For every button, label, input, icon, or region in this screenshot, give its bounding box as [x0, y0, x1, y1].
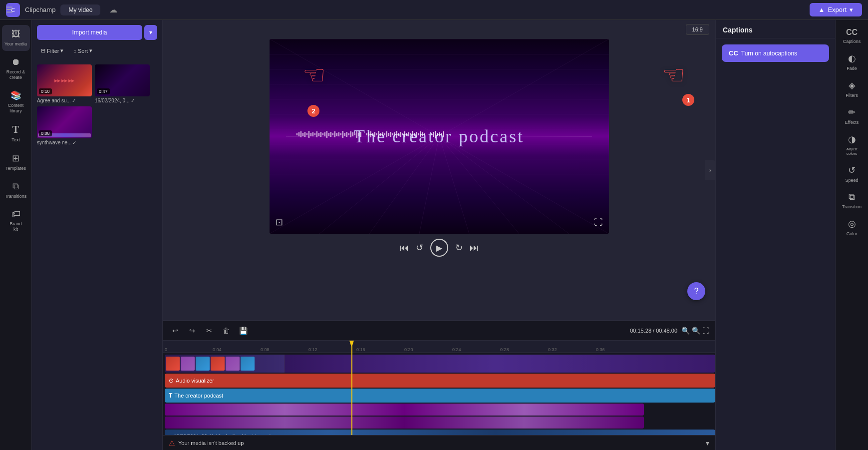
right-sidebar-item-transition[interactable]: ⧉ Transition: [838, 188, 867, 213]
ruler-mark-3: 0:12: [308, 347, 356, 352]
track-icon-audio: ♪: [169, 433, 172, 435]
sidebar-item-text[interactable]: T Text: [2, 120, 30, 147]
right-sidebar-item-fade[interactable]: ◐ Fade: [838, 49, 867, 75]
media-thumb-img-2: 0:47: [95, 64, 150, 96]
svg-rect-36: [340, 133, 341, 135]
svg-rect-20: [308, 131, 309, 138]
playhead[interactable]: [351, 341, 352, 435]
svg-rect-66: [404, 131, 405, 137]
export-button[interactable]: ▲ Export ▾: [810, 3, 862, 16]
svg-rect-15: [298, 132, 299, 136]
right-sidebar-item-speed[interactable]: ↺ Speed: [838, 161, 867, 187]
media-item-3[interactable]: 0:08 synthwave ne... ✓: [37, 106, 92, 145]
media-item-1[interactable]: ▶▶ ▶▶ ▶▶ 0:10 Agree and su... ✓: [37, 64, 92, 103]
aspect-ratio-button[interactable]: 16:9: [686, 24, 709, 35]
import-arrow-button[interactable]: ▾: [144, 25, 157, 40]
export-icon: ▲: [819, 6, 825, 13]
svg-rect-46: [360, 132, 361, 137]
collapse-panel-button[interactable]: ›: [705, 160, 715, 180]
redo-button[interactable]: ↪: [186, 324, 199, 337]
audio-track: ♪ 16/02/2024, 06:41:19 · Audio · My vide…: [163, 430, 715, 435]
sidebar-label-transitions: Transitions: [5, 194, 27, 199]
rewind-button[interactable]: ↺: [416, 242, 423, 253]
svg-rect-60: [392, 133, 393, 135]
sidebar-label-text: Text: [11, 137, 20, 143]
sidebar-item-your-media[interactable]: 🖼 Your media: [2, 25, 30, 51]
import-media-button[interactable]: Import media: [37, 25, 142, 40]
play-button[interactable]: ▶: [430, 239, 448, 257]
svg-rect-14: [296, 133, 297, 135]
svg-rect-39: [346, 132, 347, 137]
fullscreen-icon[interactable]: ⛶: [594, 217, 603, 228]
sidebar-item-brand-kit[interactable]: 🏷 Brandkit: [2, 205, 30, 236]
collapse-bottom-icon[interactable]: ▾: [706, 439, 709, 447]
right-sidebar-item-filters[interactable]: ◈ Filters: [838, 76, 867, 102]
skip-forward-button[interactable]: ⏭: [470, 243, 479, 253]
delete-button[interactable]: 🗑: [220, 324, 233, 337]
right-sidebar-item-effects[interactable]: ✏ Effects: [838, 103, 867, 129]
ruler-mark-8: 0:32: [548, 347, 596, 352]
audio-track-content[interactable]: ♪ 16/02/2024, 06:41:19 · Audio · My vide…: [165, 430, 715, 435]
purple-track-1: [163, 404, 715, 416]
zoom-out-button[interactable]: 🔍: [681, 327, 690, 335]
svg-rect-49: [370, 131, 371, 137]
svg-rect-16: [300, 131, 301, 137]
sidebar-item-transitions[interactable]: ⧉ Transitions: [2, 177, 30, 203]
timeline-toolbar: ↩ ↪ ✂ 🗑 💾 00:15.28 / 00:48.00 🔍 🔍 ⛶: [163, 321, 715, 341]
sort-chevron: ▾: [89, 47, 92, 54]
svg-rect-32: [332, 133, 333, 135]
transitions-icon: ⧉: [12, 181, 19, 192]
app-name: Clipchamp: [25, 6, 55, 13]
speed-icon: ↺: [848, 165, 856, 176]
timeline: ↩ ↪ ✂ 🗑 💾 00:15.28 / 00:48.00 🔍 🔍 ⛶ 0 0:…: [163, 320, 715, 435]
save-button[interactable]: 💾: [237, 324, 250, 337]
svg-rect-50: [372, 133, 373, 136]
captions-tool-icon: CC: [846, 28, 858, 37]
text-track-content[interactable]: T The creator podcast: [165, 389, 715, 403]
expand-button[interactable]: ⛶: [702, 327, 709, 335]
brand-icon: 🏷: [11, 209, 20, 219]
sidebar-item-content-library[interactable]: 📚 Contentlibrary: [2, 86, 30, 118]
sidebar-item-templates[interactable]: ⊞ Templates: [2, 149, 30, 175]
right-sidebar-label-fade: Fade: [847, 66, 857, 71]
right-sidebar-item-captions[interactable]: CC Captions: [838, 24, 867, 48]
audio-visualizer-content[interactable]: ⊙ Audio visualizer: [165, 374, 715, 388]
ruler-mark-7: 0:28: [500, 347, 548, 352]
zoom-controls: 🔍 🔍 ⛶: [681, 327, 709, 335]
purple-track-2-content[interactable]: [165, 417, 644, 429]
sort-button[interactable]: ↕ Sort ▾: [70, 46, 95, 55]
help-button[interactable]: ?: [687, 282, 705, 300]
skip-back-button[interactable]: ⏮: [400, 243, 409, 253]
svg-rect-37: [342, 131, 343, 138]
svg-rect-52: [376, 133, 377, 135]
svg-rect-57: [386, 131, 387, 137]
svg-rect-65: [402, 133, 403, 135]
purple-track-1-content[interactable]: [165, 404, 644, 416]
cut-button[interactable]: ✂: [203, 324, 216, 337]
undo-button[interactable]: ↩: [169, 324, 182, 337]
content-library-icon: 📚: [10, 90, 21, 101]
right-sidebar-label-speed: Speed: [845, 178, 858, 183]
ruler-mark-2: 0:08: [261, 347, 308, 352]
zoom-in-button[interactable]: 🔍: [692, 327, 700, 335]
video-tab[interactable]: My video: [60, 4, 100, 15]
media-thumb-img-3: 0:08: [37, 106, 92, 138]
sidebar-item-record-create[interactable]: ⏺ Record &create: [2, 53, 30, 84]
captions-panel: Captions CC Turn on autocaptions: [715, 20, 835, 450]
video-track: [163, 355, 715, 373]
media-item-2[interactable]: 0:47 16/02/2024, 0... ✓: [95, 64, 150, 103]
media-name-1: Agree and su... ✓: [37, 98, 92, 103]
crop-icon[interactable]: ⊡: [276, 217, 283, 228]
right-sidebar-item-color[interactable]: ◎ Color: [838, 214, 867, 240]
svg-rect-30: [328, 133, 329, 136]
video-track-content[interactable]: [165, 355, 715, 373]
sidebar-label-templates: Templates: [5, 166, 26, 171]
right-sidebar-item-adjust-colors[interactable]: ◑ Adjustcolors: [838, 130, 867, 160]
waveform: [296, 130, 581, 138]
turn-on-captions-button[interactable]: CC Turn on autocaptions: [722, 44, 829, 62]
filter-button[interactable]: ⊟ Filter ▾: [38, 46, 66, 55]
effects-icon: ✏: [848, 107, 856, 118]
forward-button[interactable]: ↻: [455, 242, 463, 253]
menu-icon[interactable]: ☰: [6, 5, 13, 14]
svg-rect-41: [350, 131, 351, 137]
